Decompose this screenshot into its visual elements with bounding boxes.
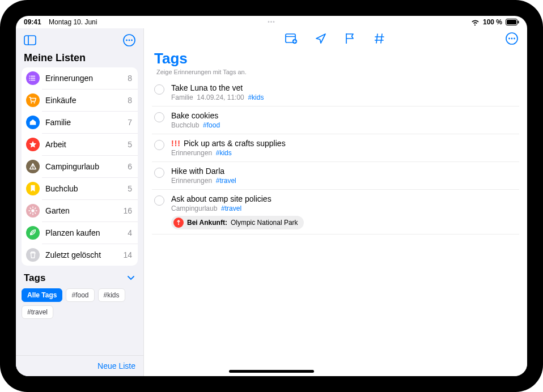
svg-point-32 (514, 38, 515, 40)
home-indicator[interactable] (229, 370, 314, 373)
list-name: Zuletzt gelöscht (45, 250, 123, 259)
list-count: 8 (128, 96, 132, 105)
list-name: Planzen kaufen (45, 228, 128, 237)
svg-point-7 (129, 40, 130, 41)
status-left: 09:41 Montag 10. Juni (24, 18, 97, 26)
reminder-title: Pick up arts & crafts supplies (184, 139, 286, 148)
reminder-tag: #food (203, 121, 220, 129)
battery-icon (506, 19, 519, 25)
svg-rect-1 (507, 20, 516, 24)
reminder-tag: #kids (248, 93, 264, 101)
location-label: Bei Ankunft: (187, 219, 227, 227)
svg-line-22 (30, 208, 31, 208)
list-name: Erinnerungen (45, 74, 128, 83)
hashtag-icon[interactable] (372, 31, 387, 46)
svg-rect-3 (24, 36, 36, 45)
chevron-down-icon[interactable] (126, 274, 135, 283)
main: Tags Zeige Erinnerungen mit Tags an. Tak… (144, 28, 527, 376)
list-name: Familie (45, 118, 128, 127)
bookmark-icon (26, 182, 40, 195)
calendar-add-icon[interactable] (284, 31, 299, 46)
reminder-title: Bake cookies (171, 111, 218, 120)
star-icon (26, 138, 40, 151)
list-count: 5 (128, 140, 132, 149)
svg-point-33 (178, 224, 179, 225)
tag-chip[interactable]: #travel (22, 305, 53, 319)
svg-point-30 (508, 38, 510, 40)
reminder-row[interactable]: Bake cookies Buchclub #food (152, 106, 519, 134)
reminder-list: Erinnerungen (171, 149, 212, 157)
svg-line-25 (35, 208, 36, 208)
sidebar-list-item[interactable]: Zuletzt gelöscht 14 (42, 244, 138, 266)
reminder-tag: #kids (216, 149, 232, 157)
leaf-icon (26, 226, 40, 240)
sidebar-list-item[interactable]: Arbeit 5 (42, 133, 138, 155)
svg-line-24 (30, 213, 31, 214)
list-count: 16 (123, 206, 132, 215)
reminder-row[interactable]: Take Luna to the vet Familie 14.09.24, 1… (152, 79, 519, 106)
tag-chip[interactable]: #food (66, 288, 94, 302)
reminder-title: Take Luna to the vet (171, 83, 243, 92)
flag-icon[interactable] (343, 31, 358, 46)
svg-point-6 (126, 40, 128, 41)
svg-point-17 (31, 209, 34, 212)
svg-point-8 (131, 40, 133, 41)
tag-chip[interactable]: #kids (98, 288, 125, 302)
main-toolbar (284, 31, 387, 46)
list-count: 7 (128, 118, 132, 127)
location-icon[interactable] (313, 31, 328, 46)
sun-icon (26, 204, 40, 218)
list-name: Campingurlaub (45, 162, 128, 171)
sidebar-list-item[interactable]: Familie 7 (42, 111, 138, 133)
page-subtitle: Zeige Erinnerungen mit Tags an. (144, 67, 527, 79)
complete-toggle[interactable] (154, 112, 164, 122)
sidebar-more-button[interactable] (122, 33, 137, 48)
list-count: 8 (128, 74, 132, 83)
wifi-icon (471, 19, 480, 25)
main-more-button[interactable] (504, 31, 519, 46)
toggle-sidebar-button[interactable] (23, 33, 37, 48)
tent-icon (26, 160, 40, 173)
reminder-list: Erinnerungen (171, 177, 212, 185)
sidebar-list-item[interactable]: Erinnerungen 8 (22, 67, 138, 89)
complete-toggle[interactable] (154, 140, 164, 150)
status-right: 100 % (471, 18, 519, 26)
arrival-icon (173, 218, 184, 228)
sidebar-list-item[interactable]: Campingurlaub 6 (42, 155, 138, 177)
list-icon (26, 71, 40, 85)
sidebar: Meine Listen Erinnerungen 8 Einkäufe 8 F… (16, 28, 144, 376)
reminder-row[interactable]: Ask about camp site policies Campingurla… (152, 190, 519, 235)
tag-chip[interactable]: Alle Tags (22, 288, 62, 302)
list-count: 14 (123, 250, 132, 259)
list-name: Einkäufe (45, 96, 128, 105)
list-name: Buchclub (45, 184, 128, 193)
reminder-row[interactable]: Hike with Darla Erinnerungen #travel (152, 162, 519, 190)
svg-point-16 (34, 102, 35, 103)
complete-toggle[interactable] (154, 84, 164, 95)
complete-toggle[interactable] (154, 168, 164, 178)
list-name: Arbeit (45, 140, 128, 149)
lists-card: Erinnerungen 8 Einkäufe 8 Familie 7 Arbe… (22, 67, 138, 266)
sidebar-list-item[interactable]: Planzen kaufen 4 (42, 221, 138, 244)
trash-icon (26, 248, 40, 262)
complete-toggle[interactable] (154, 195, 164, 206)
svg-point-14 (29, 80, 30, 81)
page-title: Tags (144, 49, 527, 67)
sidebar-list-item[interactable]: Buchclub 5 (42, 177, 138, 199)
reminder-list: Campingurlaub (171, 204, 217, 212)
list-name: Garten (45, 206, 123, 215)
reminder-list: Buchclub (171, 121, 199, 129)
status-date: Montag 10. Juni (49, 18, 97, 26)
multitask-grabber[interactable]: ••• (268, 19, 275, 25)
reminder-tag: #travel (216, 177, 236, 185)
reminder-title: Hike with Darla (171, 167, 224, 176)
new-list-button[interactable]: Neue Liste (16, 355, 143, 376)
list-count: 5 (128, 184, 132, 193)
svg-point-12 (29, 76, 30, 77)
location-pill[interactable]: Bei Ankunft: Olympic National Park (171, 216, 304, 229)
reminder-row[interactable]: !!! Pick up arts & crafts supplies Erinn… (152, 134, 519, 162)
reminder-list: Familie (171, 93, 193, 101)
sidebar-list-item[interactable]: Garten 16 (42, 199, 138, 221)
sidebar-list-item[interactable]: Einkäufe 8 (42, 89, 138, 111)
ipad-frame: ••• 09:41 Montag 10. Juni 100 % (0, 0, 543, 392)
